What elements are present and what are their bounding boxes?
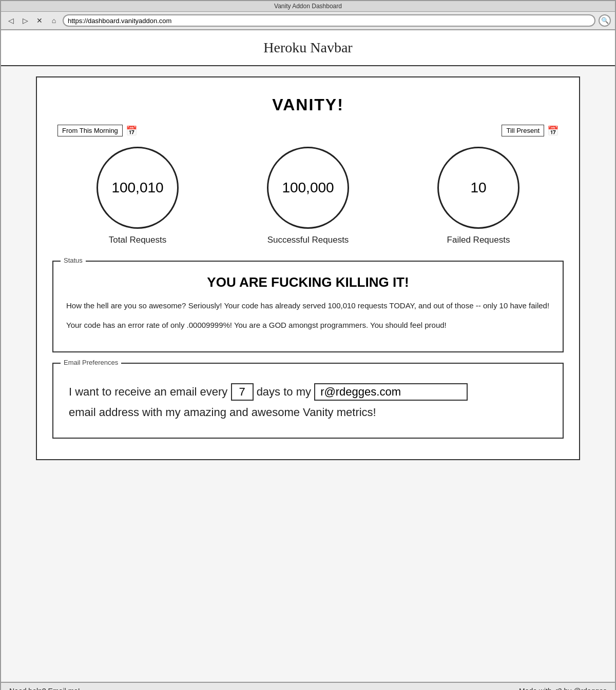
email-preferences-box: Email Preferences I want to receive an e…: [52, 363, 564, 439]
close-button[interactable]: ✕: [34, 15, 45, 26]
date-controls: From This Morning 📅 Till Present 📅: [52, 125, 564, 136]
email-legend: Email Preferences: [61, 359, 121, 366]
browser-body: VANITY! From This Morning 📅 Till Present…: [1, 66, 615, 682]
metric-failed-requests: 10 Failed Requests: [437, 147, 519, 245]
calendar-to-icon[interactable]: 📅: [547, 125, 559, 136]
dashboard-container: VANITY! From This Morning 📅 Till Present…: [36, 76, 580, 460]
total-requests-circle: 100,010: [97, 147, 179, 229]
footer-left: Need help? Email me!: [9, 687, 80, 690]
browser-toolbar: ◁ ▷ ✕ ⌂ 🔍: [1, 12, 615, 30]
email-preferences-text: I want to receive an email every days to…: [69, 382, 547, 422]
status-paragraph-2: Your code has an error rate of only .000…: [66, 319, 550, 331]
search-icon: 🔍: [601, 17, 609, 25]
status-legend: Status: [61, 257, 86, 264]
successful-requests-circle: 100,000: [267, 147, 349, 229]
date-to-label[interactable]: Till Present: [502, 125, 544, 136]
email-days-input[interactable]: [231, 383, 254, 401]
browser-titlebar: Vanity Addon Dashboard: [1, 1, 615, 12]
footer-wrap: Need help? Email me! Made with <3 by @rd…: [1, 682, 615, 690]
search-button[interactable]: 🔍: [599, 14, 611, 27]
failed-requests-label: Failed Requests: [447, 235, 510, 245]
forward-button[interactable]: ▷: [20, 15, 31, 26]
date-to-group: Till Present 📅: [502, 125, 559, 136]
email-middle: days to my: [257, 385, 311, 398]
email-address-input[interactable]: [314, 383, 468, 401]
metric-successful-requests: 100,000 Successful Requests: [267, 147, 349, 245]
calendar-from-icon[interactable]: 📅: [126, 125, 137, 136]
status-paragraph-1: How the hell are you so awesome? Serious…: [66, 300, 550, 312]
email-prefix: I want to receive an email every: [69, 385, 227, 398]
date-from-group: From This Morning 📅: [57, 125, 137, 136]
address-bar[interactable]: [63, 14, 595, 27]
app-title: VANITY!: [52, 95, 564, 114]
browser-window: Vanity Addon Dashboard ◁ ▷ ✕ ⌂ 🔍 Heroku …: [0, 0, 616, 690]
browser-title: Vanity Addon Dashboard: [274, 3, 342, 10]
successful-requests-label: Successful Requests: [267, 235, 349, 245]
metrics-row: 100,010 Total Requests 100,000 Successfu…: [52, 147, 564, 245]
home-button[interactable]: ⌂: [48, 15, 60, 26]
failed-requests-value: 10: [470, 180, 486, 196]
failed-requests-circle: 10: [437, 147, 519, 229]
successful-requests-value: 100,000: [282, 180, 334, 196]
metric-total-requests: 100,010 Total Requests: [97, 147, 179, 245]
footer-right: Made with <3 by @rdegges: [519, 687, 607, 690]
email-suffix: email address with my amazing and awesom…: [69, 406, 376, 419]
total-requests-value: 100,010: [111, 180, 163, 196]
status-headline: YOU ARE FUCKING KILLING IT!: [66, 274, 550, 290]
browser-footer: Need help? Email me! Made with <3 by @rd…: [1, 682, 615, 690]
date-from-label[interactable]: From This Morning: [57, 125, 123, 136]
heroku-navbar: Heroku Navbar: [1, 30, 615, 66]
back-button[interactable]: ◁: [5, 15, 16, 26]
total-requests-label: Total Requests: [109, 235, 166, 245]
status-box: Status YOU ARE FUCKING KILLING IT! How t…: [52, 261, 564, 352]
